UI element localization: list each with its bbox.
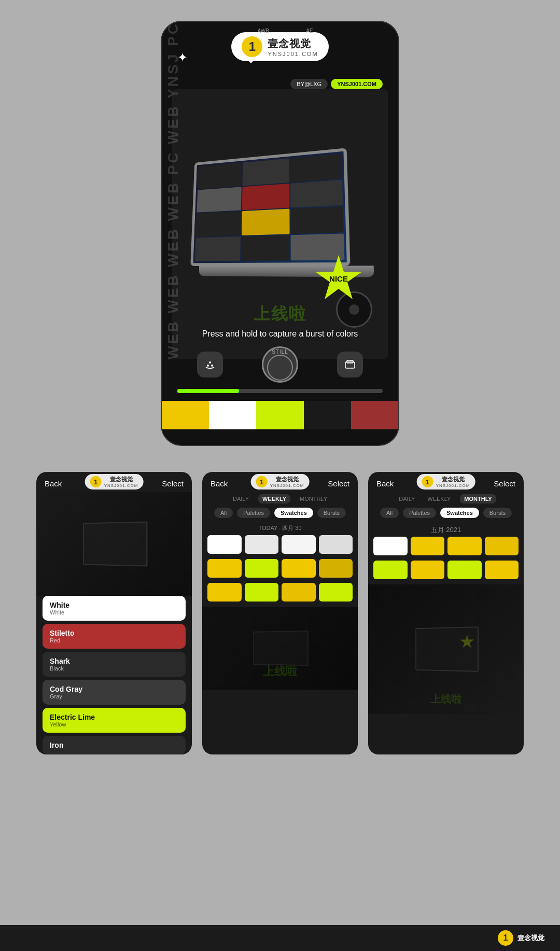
tab-monthly-2[interactable]: MONTHLY bbox=[297, 494, 330, 504]
tab-weekly-2[interactable]: WEEKLY bbox=[258, 494, 290, 504]
panel3-logo-url: YNSJ001.COM bbox=[436, 483, 470, 488]
tab-weekly-3[interactable]: WEEKLY bbox=[424, 494, 454, 504]
swatch-m8[interactable] bbox=[485, 561, 519, 579]
footer-bar: 1 壹念视觉 bbox=[0, 925, 560, 951]
panel1-mini-screen bbox=[83, 521, 147, 566]
nice-star-shape: NICE bbox=[315, 255, 362, 302]
swatch-yellow[interactable] bbox=[162, 401, 209, 429]
swatch-m4[interactable] bbox=[485, 537, 519, 555]
panel3-tabs: DAILY WEEKLY MONTHLY bbox=[368, 492, 524, 508]
color-subname-stiletto: Red bbox=[50, 637, 178, 644]
panel3-back-button[interactable]: Back bbox=[376, 479, 394, 488]
panel1-back-button[interactable]: Back bbox=[45, 479, 62, 488]
panel2-header: Back 1 壹念视觉 YNSJ001.COM Select bbox=[202, 472, 358, 492]
panel2-laptop-mini bbox=[253, 631, 308, 666]
swatch-m6[interactable] bbox=[411, 561, 445, 579]
panel2-select-button[interactable]: Select bbox=[328, 479, 349, 488]
panel-monthly: Back 1 壹念视觉 YNSJ001.COM Select DAILY WEE… bbox=[368, 472, 524, 754]
panel2-logo-small: 1 壹念视觉 YNSJ001.COM bbox=[251, 474, 310, 490]
filter-all-2[interactable]: All bbox=[214, 508, 233, 518]
color-item-shark[interactable]: Shark Black bbox=[43, 652, 186, 677]
panel1-header: Back 1 壹念视觉 YNSJ001.COM Select bbox=[36, 472, 192, 492]
panel3-logo-num: 1 bbox=[422, 476, 433, 487]
swatch-m2[interactable] bbox=[411, 537, 445, 555]
tab-monthly-3[interactable]: MONTHLY bbox=[460, 494, 496, 504]
color-subname-shark: Black bbox=[50, 665, 178, 672]
top-section: WEB WEB WEB WEB PC WEB YNSJ PC ✦ AWB AE … bbox=[0, 0, 560, 461]
filter-palettes-3[interactable]: Palettes bbox=[403, 508, 436, 518]
swatch-y5[interactable] bbox=[207, 583, 242, 602]
screen-cell-1 bbox=[198, 163, 242, 189]
swatch-m7[interactable] bbox=[447, 561, 482, 579]
swatch-w4[interactable] bbox=[319, 535, 353, 554]
panel3-select-button[interactable]: Select bbox=[494, 479, 515, 488]
tab-daily-3[interactable]: DAILY bbox=[396, 494, 418, 504]
gallery-button[interactable] bbox=[337, 352, 363, 377]
panel2-logo-overlay: 1 壹念视觉 YNSJ001.COM bbox=[251, 474, 310, 490]
tab-daily-2[interactable]: DAILY bbox=[230, 494, 252, 504]
footer-logo: 1 壹念视觉 bbox=[498, 930, 544, 946]
filter-swatches-3[interactable]: Swatches bbox=[440, 508, 479, 518]
swatch-y8[interactable] bbox=[319, 583, 353, 602]
filter-bursts-2[interactable]: Bursts bbox=[317, 508, 346, 518]
screen-cell-10 bbox=[195, 236, 241, 261]
panel3-swatch-grid-1 bbox=[368, 537, 524, 561]
swatch-white[interactable] bbox=[209, 401, 256, 429]
palette-button[interactable] bbox=[197, 352, 223, 377]
panel2-back-button[interactable]: Back bbox=[211, 479, 228, 488]
swatch-y7[interactable] bbox=[282, 583, 316, 602]
swatch-y2[interactable] bbox=[245, 559, 279, 578]
panel1-logo-text: 壹念视觉 bbox=[104, 476, 138, 483]
panel3-mini-screen bbox=[415, 626, 479, 672]
color-item-stiletto[interactable]: Stiletto Red bbox=[43, 624, 186, 649]
panel1-select-button[interactable]: Select bbox=[162, 479, 184, 488]
color-name-shark: Shark bbox=[50, 657, 178, 665]
panel-weekly: Back 1 壹念视觉 YNSJ001.COM Select DAILY WEE… bbox=[202, 472, 358, 754]
swatch-y4[interactable] bbox=[319, 559, 353, 578]
swatch-w3[interactable] bbox=[282, 535, 316, 554]
camera-top-bar: AWB AE 1 壹念视觉 YNSJ001.COM bbox=[162, 32, 398, 61]
bylxg-badge-area: BY@LXG YNSJ001.COM bbox=[290, 79, 383, 89]
panel3-nice-svg bbox=[460, 635, 474, 649]
color-name-electriclime: Electric Lime bbox=[50, 713, 178, 721]
filter-palettes-2[interactable]: Palettes bbox=[237, 508, 270, 518]
panel2-swatch-grid-3 bbox=[202, 583, 358, 607]
panel3-swatch-grid-2 bbox=[368, 561, 524, 584]
swatch-w2[interactable] bbox=[245, 535, 279, 554]
logo-bubble: AWB AE 1 壹念视觉 YNSJ001.COM bbox=[231, 32, 328, 61]
swatch-y1[interactable] bbox=[207, 559, 242, 578]
logo-main-text: 壹念视觉 bbox=[268, 37, 318, 51]
filter-bursts-3[interactable]: Bursts bbox=[483, 508, 512, 518]
logo-text-column: 壹念视觉 YNSJ001.COM bbox=[268, 37, 318, 57]
color-swatches-bottom bbox=[162, 401, 398, 429]
panel3-month-header: 五月 2021 bbox=[368, 522, 524, 537]
panel2-watermark: 上线啦 bbox=[263, 664, 297, 679]
filter-all-3[interactable]: All bbox=[380, 508, 399, 518]
svg-point-1 bbox=[207, 365, 209, 367]
filter-swatches-2[interactable]: Swatches bbox=[274, 508, 313, 518]
swatch-m1[interactable] bbox=[373, 537, 408, 555]
progress-fill bbox=[177, 389, 239, 393]
color-item-electriclime[interactable]: Electric Lime Yellow bbox=[43, 708, 186, 733]
panel1-logo-text-col: 壹念视觉 YNSJ001.COM bbox=[104, 476, 138, 488]
color-name-iron: Iron bbox=[50, 741, 178, 749]
panel2-date-header: TODAY · 四月 30 bbox=[202, 522, 358, 535]
logo-url-text: YNSJ001.COM bbox=[268, 51, 318, 57]
panel1-logo-num: 1 bbox=[90, 476, 102, 487]
screen-cell-4 bbox=[197, 187, 242, 213]
swatch-m3[interactable] bbox=[447, 537, 482, 555]
color-item-iron[interactable]: Iron bbox=[43, 736, 186, 754]
swatch-lime[interactable] bbox=[256, 401, 303, 429]
color-item-codgray[interactable]: Cod Gray Gray bbox=[43, 680, 186, 705]
swatch-red[interactable] bbox=[351, 401, 398, 429]
swatch-y3[interactable] bbox=[282, 559, 316, 578]
camera-phone: WEB WEB WEB WEB PC WEB YNSJ PC ✦ AWB AE … bbox=[161, 21, 399, 446]
panel2-bg-laptop: 上线啦 bbox=[202, 607, 358, 690]
swatch-w1[interactable] bbox=[207, 535, 242, 554]
swatch-black[interactable] bbox=[304, 401, 351, 429]
color-item-white[interactable]: White White bbox=[43, 596, 186, 621]
panel3-filters: All Palettes Swatches Bursts bbox=[368, 508, 524, 522]
swatch-m5[interactable] bbox=[373, 561, 408, 579]
shutter-button[interactable]: STILL bbox=[262, 346, 298, 383]
swatch-y6[interactable] bbox=[245, 583, 279, 602]
